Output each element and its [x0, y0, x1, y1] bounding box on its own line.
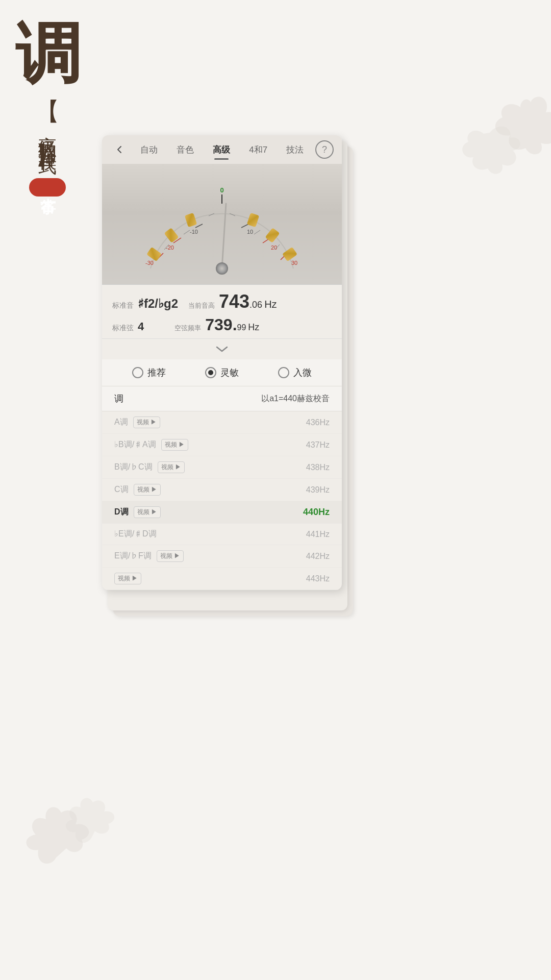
top-nav: 自动 音色 高级 4和7 技法 ? — [102, 135, 342, 164]
open-freq-large: 739. — [205, 315, 237, 334]
svg-rect-24 — [265, 228, 280, 243]
mode-option-fine[interactable]: 入微 — [278, 366, 312, 379]
guzheng-badge: 古筝 — [29, 178, 66, 197]
key-freq-last: 443Hz — [306, 574, 330, 583]
svg-text:-20: -20 — [166, 244, 174, 251]
key-row-Bb[interactable]: ♭B调/♯A调 视频 ▶ 437Hz — [102, 434, 342, 456]
svg-text:-10: -10 — [190, 229, 198, 235]
open-freq-unit: Hz — [248, 322, 259, 333]
cloud-decoration-top — [388, 82, 551, 225]
video-badge-E[interactable]: 视频 ▶ — [157, 550, 184, 562]
key-freq-D: 440Hz — [303, 507, 330, 518]
key-row-A[interactable]: A调 视频 ▶ 436Hz — [102, 411, 342, 434]
current-freq-unit: Hz — [264, 299, 277, 310]
key-row-C[interactable]: C调 视频 ▶ 439Hz — [102, 479, 342, 501]
tab-timbre[interactable]: 音色 — [172, 142, 198, 158]
nav-tabs: 自动 音色 高级 4和7 技法 — [131, 142, 313, 158]
key-freq-A: 436Hz — [306, 418, 330, 427]
table-header-key: 调 — [114, 393, 123, 405]
mode-selector: 推荐 灵敏 入微 — [102, 359, 342, 386]
key-freq-Eb: 441Hz — [306, 530, 330, 539]
svg-rect-20 — [146, 247, 162, 262]
svg-rect-25 — [282, 247, 297, 262]
current-freq-large: 743 — [219, 291, 249, 312]
tab-advanced[interactable]: 高级 — [209, 142, 234, 158]
key-name-Eb: ♭E调/♯D调 — [114, 529, 157, 540]
info-area: 标准音 ♯f2/♭g2 当前音高 743 .06 Hz 标准弦 4 空弦频率 7… — [102, 285, 342, 339]
key-name-B: B调/♭C调 — [114, 462, 153, 473]
current-pitch-label: 当前音高 — [188, 301, 215, 310]
key-freq-E: 442Hz — [306, 552, 330, 561]
pitch-info-line: 标准音 ♯f2/♭g2 当前音高 743 .06 Hz — [112, 291, 332, 312]
cloud-decoration-bottom — [15, 766, 158, 878]
svg-point-27 — [216, 262, 228, 275]
mode-option-recommend[interactable]: 推荐 — [132, 366, 166, 379]
table-header: 调 以a1=440赫兹校音 — [102, 386, 342, 411]
svg-line-8 — [241, 224, 248, 228]
open-freq-small: 99 — [237, 323, 246, 332]
video-badge-Bb[interactable]: 视频 ▶ — [161, 439, 188, 451]
badge-text: 古筝 — [37, 185, 58, 189]
radio-recommend[interactable] — [132, 367, 143, 378]
mode-label-fine: 入微 — [293, 366, 312, 379]
svg-text:0: 0 — [220, 186, 223, 194]
video-badge-A[interactable]: 视频 ▶ — [133, 416, 160, 428]
string-info-line: 标准弦 4 空弦频率 739. 99 Hz — [112, 315, 332, 334]
help-button[interactable]: ? — [315, 140, 334, 159]
current-freq-small: .06 — [249, 300, 262, 310]
tuner-gauge-area: -30 -20 -10 0 10 20 — [102, 164, 342, 284]
video-badge-C[interactable]: 视频 ▶ — [134, 484, 161, 496]
svg-text:10: 10 — [247, 229, 253, 235]
string-label: 标准弦 — [112, 324, 134, 333]
subtitle-bracket: 【 高级调音模式 】 — [35, 102, 60, 166]
key-row-B[interactable]: B调/♭C调 视频 ▶ 438Hz — [102, 456, 342, 479]
mode-label-sensitive: 灵敏 — [220, 366, 239, 379]
key-row-left: ♭E调/♯D调 — [114, 529, 157, 540]
bracket-top: 【 — [35, 102, 60, 121]
key-freq-C: 439Hz — [306, 485, 330, 495]
svg-rect-22 — [185, 213, 197, 227]
key-name-A: A调 — [114, 417, 128, 428]
card-stack: 自动 音色 高级 4和7 技法 ? — [102, 135, 352, 590]
video-badge-last[interactable]: 视频 ▶ — [114, 573, 141, 584]
main-character: 调 — [15, 20, 80, 87]
radio-fine[interactable] — [278, 367, 289, 378]
mode-option-sensitive[interactable]: 灵敏 — [205, 366, 239, 379]
svg-text:20: 20 — [271, 244, 277, 251]
key-row-left: E调/♭F调 视频 ▶ — [114, 550, 184, 562]
bracket-bottom: 】 — [35, 146, 60, 165]
key-row-D[interactable]: D调 视频 ▶ 440Hz — [102, 501, 342, 524]
tab-technique[interactable]: 技法 — [282, 142, 308, 158]
expand-button[interactable] — [102, 339, 342, 359]
gauge-svg: -30 -20 -10 0 10 20 — [135, 174, 309, 276]
svg-line-14 — [184, 230, 190, 234]
key-row-Eb[interactable]: ♭E调/♯D调 441Hz — [102, 524, 342, 545]
key-row-left: 视频 ▶ — [114, 573, 141, 584]
key-row-E[interactable]: E调/♭F调 视频 ▶ 442Hz — [102, 545, 342, 568]
svg-line-4 — [195, 224, 203, 228]
key-row-left: B调/♭C调 视频 ▶ — [114, 461, 185, 473]
key-row-left: D调 视频 ▶ — [114, 506, 161, 518]
key-table: A调 视频 ▶ 436Hz ♭B调/♯A调 视频 ▶ 437Hz B调/♭C调 … — [102, 411, 342, 590]
open-freq-label: 空弦频率 — [174, 324, 201, 333]
video-badge-B[interactable]: 视频 ▶ — [158, 461, 185, 473]
key-name-C: C调 — [114, 484, 129, 495]
key-row-left: ♭B调/♯A调 视频 ▶ — [114, 439, 188, 451]
key-name-E: E调/♭F调 — [114, 551, 152, 561]
table-header-freq: 以a1=440赫兹校音 — [261, 394, 330, 404]
key-name-D: D调 — [114, 507, 129, 518]
key-row-left: A调 视频 ▶ — [114, 416, 160, 428]
svg-line-17 — [254, 230, 260, 234]
video-badge-D[interactable]: 视频 ▶ — [134, 506, 161, 518]
left-title-area: 调 【 高级调音模式 】 古筝 — [15, 20, 80, 197]
key-row-last[interactable]: 视频 ▶ 443Hz — [102, 568, 342, 590]
radio-inner-sensitive — [208, 370, 213, 375]
back-button[interactable] — [110, 140, 129, 159]
tab-auto[interactable]: 自动 — [136, 142, 162, 158]
standard-note-value: ♯f2/♭g2 — [138, 297, 178, 311]
radio-sensitive[interactable] — [205, 367, 216, 378]
svg-text:-30: -30 — [145, 260, 154, 266]
tab-4and7[interactable]: 4和7 — [245, 142, 271, 158]
string-number: 4 — [138, 320, 144, 333]
main-card: 自动 音色 高级 4和7 技法 ? — [102, 135, 342, 590]
